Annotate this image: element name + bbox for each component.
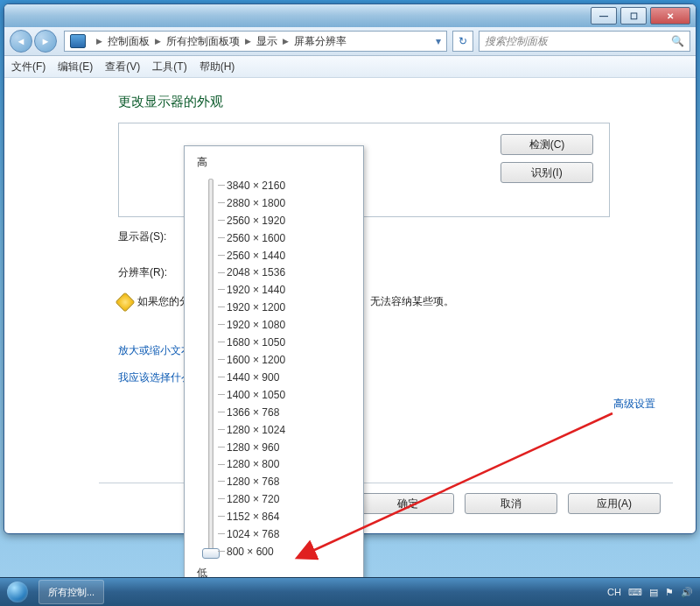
resolution-option[interactable]: 1920 × 1080 [227, 316, 353, 334]
refresh-button[interactable]: ↻ [452, 31, 473, 52]
resolution-option[interactable]: 2560 × 1440 [227, 247, 353, 264]
resolution-option[interactable]: 1440 × 900 [227, 369, 353, 386]
resolution-option-label: 2880 × 1800 [227, 197, 285, 209]
warning-icon [116, 292, 136, 312]
resolution-option[interactable]: 1024 × 768 [227, 525, 353, 543]
resolution-slider-track[interactable] [202, 173, 218, 564]
resolution-option-label: 1400 × 1050 [227, 389, 285, 401]
resolution-option-label: 1152 × 864 [227, 511, 279, 523]
breadcrumb[interactable]: 屏幕分辨率 [294, 34, 346, 49]
resolution-option-label: 1366 × 768 [227, 406, 279, 419]
resolution-option-label: 2048 × 1536 [227, 266, 285, 278]
resolution-option-label: 1680 × 1050 [227, 336, 285, 349]
windows-orb-icon [7, 581, 28, 602]
resolution-option[interactable]: 1152 × 864 [227, 508, 353, 525]
resolution-option-label: 1280 × 800 [227, 458, 279, 470]
tray-network-icon[interactable]: ▤ [649, 587, 658, 598]
system-tray: CH ⌨ ▤ ⚑ 🔊 [600, 578, 700, 606]
dialog-buttons: 确定 取消 应用(A) [361, 493, 661, 514]
resolution-option[interactable]: 1680 × 1050 [227, 334, 353, 351]
resolution-option-label: 1280 × 720 [227, 493, 279, 505]
resolution-option[interactable]: 2880 × 1800 [227, 194, 353, 212]
resolution-option[interactable]: 800 × 600 [227, 543, 353, 560]
language-indicator[interactable]: CH [607, 587, 621, 597]
search-input[interactable]: 搜索控制面板 🔍 [479, 31, 690, 52]
detect-button[interactable]: 检测(C) [500, 134, 593, 155]
search-icon: 🔍 [671, 35, 684, 47]
resolution-option[interactable]: 1366 × 768 [227, 404, 353, 421]
resolution-option[interactable]: 1280 × 960 [227, 439, 353, 456]
identify-button[interactable]: 识别(I) [500, 162, 593, 183]
chevron-right-icon: ▶ [245, 37, 251, 46]
warning-text-prefix: 如果您的分 [137, 294, 190, 309]
close-button[interactable]: ✕ [650, 7, 690, 25]
address-bar[interactable]: ▶ 控制面板 ▶ 所有控制面板项 ▶ 显示 ▶ 屏幕分辨率 ▾ [64, 31, 447, 52]
slider-thumb[interactable] [202, 548, 220, 559]
tray-flag-icon[interactable]: ⚑ [665, 587, 674, 598]
resolution-option[interactable]: 1280 × 768 [227, 473, 353, 490]
resolution-option-label: 1280 × 768 [227, 476, 279, 488]
taskbar: 所有控制... CH ⌨ ▤ ⚑ 🔊 [0, 577, 700, 606]
chevron-right-icon: ▶ [155, 37, 161, 46]
warning-text-suffix: 无法容纳某些项。 [370, 294, 454, 309]
menu-edit[interactable]: 编辑(E) [58, 60, 93, 74]
chevron-right-icon: ▶ [96, 37, 102, 46]
resolution-option-label: 1920 × 1080 [227, 319, 285, 331]
resolution-option[interactable]: 1280 × 800 [227, 456, 353, 474]
advanced-settings-link[interactable]: 高级设置 [613, 397, 655, 412]
breadcrumb[interactable]: 控制面板 [108, 34, 150, 49]
resolution-option-label: 1024 × 768 [227, 528, 279, 540]
menu-view[interactable]: 查看(V) [105, 60, 140, 74]
dropdown-icon[interactable]: ▾ [436, 35, 441, 47]
resolution-option-label: 1600 × 1200 [227, 354, 285, 366]
titlebar: — ☐ ✕ [4, 4, 696, 27]
breadcrumb[interactable]: 显示 [256, 34, 277, 49]
resolution-option-label: 2560 × 1600 [227, 232, 285, 244]
control-panel-icon [70, 34, 86, 48]
slider-label-high: 高 [197, 155, 353, 170]
maximize-button[interactable]: ☐ [620, 7, 647, 25]
forward-button[interactable]: ► [34, 30, 57, 53]
resolution-option-label: 3840 × 2160 [227, 180, 285, 192]
resolution-option-label: 1920 × 1440 [227, 284, 285, 296]
menu-help[interactable]: 帮助(H) [200, 60, 235, 74]
resolution-option[interactable]: 2560 × 1920 [227, 212, 353, 229]
resolution-option[interactable]: 2560 × 1600 [227, 229, 353, 247]
ok-button[interactable]: 确定 [361, 493, 454, 514]
resolution-option[interactable]: 1920 × 1440 [227, 281, 353, 299]
resolution-option-label: 1280 × 1024 [227, 424, 285, 436]
menu-file[interactable]: 文件(F) [11, 60, 46, 74]
resolution-option-label: 1280 × 960 [227, 441, 279, 454]
resolution-option[interactable]: 1600 × 1200 [227, 351, 353, 369]
menu-bar: 文件(F) 编辑(E) 查看(V) 工具(T) 帮助(H) [4, 56, 696, 78]
start-button[interactable] [0, 578, 35, 606]
resolution-option[interactable]: 1280 × 1024 [227, 421, 353, 439]
menu-tools[interactable]: 工具(T) [152, 60, 186, 74]
taskbar-item[interactable]: 所有控制... [38, 580, 104, 604]
resolution-option[interactable]: 1280 × 720 [227, 490, 353, 508]
resolution-option[interactable]: 1400 × 1050 [227, 386, 353, 404]
resolution-option-label: 800 × 600 [227, 546, 274, 558]
slider-groove [208, 179, 214, 559]
resolution-option-label: 2560 × 1440 [227, 250, 285, 262]
cancel-button[interactable]: 取消 [465, 493, 557, 514]
search-placeholder: 搜索控制面板 [485, 34, 548, 49]
chevron-right-icon: ▶ [283, 37, 289, 46]
tray-keyboard-icon[interactable]: ⌨ [628, 587, 642, 598]
back-button[interactable]: ◄ [10, 30, 32, 53]
navigation-bar: ◄ ► ▶ 控制面板 ▶ 所有控制面板项 ▶ 显示 ▶ 屏幕分辨率 ▾ ↻ 搜索… [4, 27, 696, 56]
resolution-option-label: 2560 × 1920 [227, 215, 285, 227]
tray-volume-icon[interactable]: 🔊 [681, 587, 693, 598]
resolution-option[interactable]: 3840 × 2160 [227, 177, 353, 194]
resolution-option-label: 1440 × 900 [227, 371, 279, 384]
breadcrumb[interactable]: 所有控制面板项 [166, 34, 240, 49]
resolution-tick-list: 3840 × 21602880 × 18002560 × 19202560 × … [218, 173, 353, 564]
apply-button[interactable]: 应用(A) [568, 493, 661, 514]
resolution-option[interactable]: 1920 × 1200 [227, 299, 353, 316]
resolution-option-label: 1920 × 1200 [227, 301, 285, 314]
resolution-popup: 高 3840 × 21602880 × 18002560 × 19202560 … [184, 145, 364, 583]
page-title: 更改显示器的外观 [118, 94, 676, 110]
minimize-button[interactable]: — [591, 7, 617, 25]
resolution-option[interactable]: 2048 × 1536 [227, 264, 353, 282]
